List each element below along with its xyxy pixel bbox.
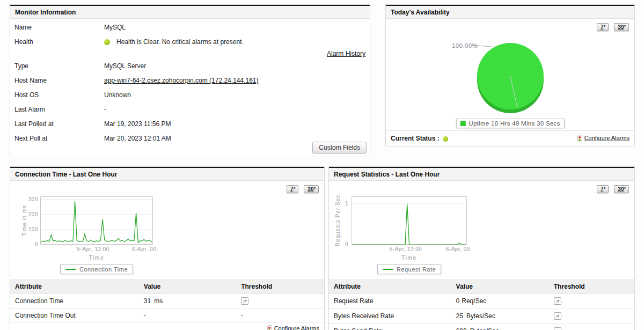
next-poll-value: Mar 20, 2023 12:01 AM <box>104 135 365 142</box>
range-expand-icon: ▸ <box>314 186 316 190</box>
last-polled-value: Mar 19, 2023 11:56 PM <box>104 120 365 128</box>
table-row: Bytes Send Rate 690Bytes/Sec ↗ <box>329 324 634 330</box>
availability-range-buttons: 7▸ 30▸ <box>593 23 629 31</box>
field-row-last-alarm: Last Alarm - <box>14 106 365 115</box>
connection-attribute-table: Attribute Value Threshold Connection Tim… <box>10 280 324 323</box>
name-label: Name <box>14 24 104 31</box>
range-expand-icon: ▸ <box>604 24 606 28</box>
field-row-host-os: Host OS Unknown <box>14 91 365 101</box>
host-os-label: Host OS <box>14 91 104 99</box>
range-7-button[interactable]: 7▸ <box>287 185 298 193</box>
value-cell: 0Req/Sec <box>451 294 549 309</box>
field-row-last-polled: Last Polled at Mar 19, 2023 11:56 PM <box>14 120 365 130</box>
threshold-icon[interactable]: ↗ <box>554 297 561 305</box>
threshold-icon[interactable]: ↗ <box>554 327 561 330</box>
health-label: Health <box>14 38 104 46</box>
attribute-cell: Connection Time <box>10 294 139 309</box>
uptime-legend-swatch <box>460 121 465 126</box>
health-text: Health is Clear. No critical alarms at p… <box>116 38 244 46</box>
request-rate-chart: 7▸ 30▸ Requests Per Sec 01 5-Apr, 12:006… <box>329 181 634 280</box>
connection-range-buttons: 7▸ 30▸ <box>283 185 319 193</box>
monitor-information-panel: Monitor Information Name MySQL Health He… <box>10 4 370 157</box>
threshold-cell: ↗ <box>549 309 634 324</box>
field-row-name: Name MySQL <box>14 24 365 33</box>
request-range-buttons: 7▸ 30▸ <box>593 185 629 193</box>
range-30-button[interactable]: 30▸ <box>304 185 319 193</box>
availability-title: Today's Availability <box>386 5 634 19</box>
alarm-history-row: Alarm History <box>14 50 365 57</box>
value-cell: 25Bytes/Sec <box>451 309 549 324</box>
range-30-button[interactable]: 30▸ <box>614 185 629 193</box>
top-row: Monitor Information Name MySQL Health He… <box>10 4 635 157</box>
chart-legend: Request Rate <box>352 265 467 274</box>
monitor-information-title: Monitor Information <box>10 5 370 19</box>
configure-alarms-link[interactable]: Configure Alarms <box>274 325 319 330</box>
value-header: Value <box>139 280 236 294</box>
availability-pie-chart <box>386 19 635 126</box>
range-expand-icon: ▸ <box>624 24 626 28</box>
table-row: Bytes Received Rate 25Bytes/Sec ↗ <box>329 309 634 324</box>
configure-alarms: Configure Alarms <box>10 323 324 330</box>
attribute-cell: Request Rate <box>329 294 451 309</box>
availability-body: 7▸ 30▸ 100.00% Uptime 10 Hrs 49 Mins 30 … <box>386 19 634 130</box>
threshold-header: Threshold <box>236 280 324 294</box>
availability-panel: Today's Availability 7▸ 30▸ 100.00% Upti… <box>385 4 635 146</box>
configure-alarms-link[interactable]: Configure Alarms <box>584 135 630 141</box>
last-alarm-label: Last Alarm <box>14 106 104 113</box>
host-name-link[interactable]: app-win7-64-2.csez.zohocorpin.com (172.2… <box>104 77 259 84</box>
legend-line-swatch <box>65 269 76 270</box>
alarm-history-link[interactable]: Alarm History <box>327 50 365 57</box>
attribute-cell: Connection Time Out <box>10 309 139 323</box>
type-value: MySQL Server <box>104 62 365 70</box>
plot-area <box>352 196 467 246</box>
attribute-header: Attribute <box>329 280 451 294</box>
legend-line-swatch <box>383 269 393 270</box>
attribute-cell: Bytes Received Rate <box>329 309 451 324</box>
y-axis-ticks: 01 <box>336 196 348 245</box>
range-30-button[interactable]: 30▸ <box>614 23 629 31</box>
current-status-row: Current Status : Configure Alarms <box>386 130 634 146</box>
x-axis-ticks: 5-Apr, 12:006-Apr, 00: <box>352 246 467 253</box>
threshold-cell: ↗ <box>549 294 634 309</box>
plot-area <box>40 196 153 246</box>
last-polled-label: Last Polled at <box>14 120 104 128</box>
x-axis-ticks: 5-Apr, 12:006-Apr, 00: <box>40 246 153 253</box>
current-status: Current Status : <box>391 135 448 142</box>
value-cell: 31ms <box>139 294 236 309</box>
connection-time-panel: Connection Time - Last One Hour 7▸ 30▸ T… <box>10 166 325 330</box>
table-row: Request Rate 0Req/Sec ↗ <box>329 294 634 309</box>
field-row-type: Type MySQL Server <box>14 62 365 72</box>
request-attribute-table: Attribute Value Threshold Request Rate 0… <box>329 280 634 330</box>
current-status-label: Current Status : <box>391 135 440 142</box>
connection-time-chart: 7▸ 30▸ Time in ms 0100200300 5-Apr, 12:0… <box>10 181 324 280</box>
uptime-legend: Uptime 10 Hrs 49 Mins 30 Secs <box>456 119 564 128</box>
connection-time-title: Connection Time - Last One Hour <box>10 167 324 181</box>
name-value: MySQL <box>104 24 365 31</box>
type-label: Type <box>14 62 104 70</box>
x-axis-label: Time <box>352 254 467 261</box>
range-expand-icon: ▸ <box>604 186 606 190</box>
dashboard: Monitor Information Name MySQL Health He… <box>0 0 644 330</box>
configure-alarms: Configure Alarms <box>577 135 630 142</box>
chart-legend: Connection Time <box>40 265 153 274</box>
next-poll-label: Next Poll at <box>14 135 104 142</box>
custom-fields-button[interactable]: Custom Fields <box>312 142 367 153</box>
monitor-information-body: Name MySQL Health Health is Clear. No cr… <box>10 19 370 157</box>
threshold-icon[interactable]: ↗ <box>241 297 248 305</box>
threshold-icon[interactable]: ↗ <box>554 312 561 320</box>
range-expand-icon: ▸ <box>624 186 626 190</box>
attribute-cell: Bytes Send Rate <box>329 324 451 330</box>
table-row: Connection Time Out - - <box>10 309 324 323</box>
range-7-button[interactable]: 7▸ <box>597 23 609 31</box>
value-cell: 690Bytes/Sec <box>451 324 549 330</box>
traffic-green-dot <box>579 139 581 141</box>
health-status-icon <box>104 39 110 45</box>
value-cell: - <box>139 309 236 323</box>
range-7-button[interactable]: 7▸ <box>597 185 609 193</box>
alarm-traffic-light-icon <box>267 325 272 330</box>
threshold-cell: - <box>236 309 324 323</box>
threshold-cell: ↗ <box>236 294 324 309</box>
current-status-icon <box>443 136 448 142</box>
x-axis-label: Time <box>40 254 153 261</box>
attribute-header: Attribute <box>10 280 139 294</box>
